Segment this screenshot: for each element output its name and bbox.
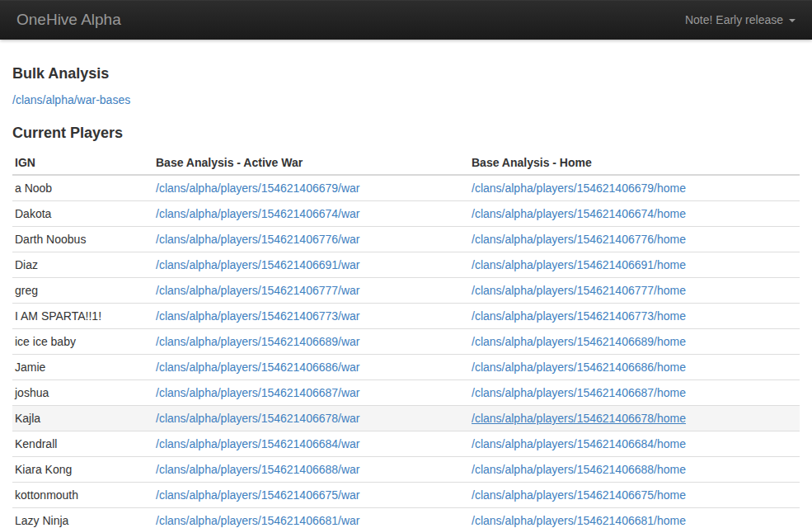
war-analysis-link[interactable]: /clans/alpha/players/154621406773/war [156,309,360,323]
player-ign: Kiara Kong [12,457,153,483]
current-players-heading: Current Players [12,125,800,142]
war-analysis-link[interactable]: /clans/alpha/players/154621406686/war [156,361,360,374]
war-analysis-link[interactable]: /clans/alpha/players/154621406689/war [156,335,360,348]
war-analysis-link[interactable]: /clans/alpha/players/154621406679/war [156,182,360,195]
home-analysis-link[interactable]: /clans/alpha/players/154621406776/home [472,233,686,246]
home-analysis-link[interactable]: /clans/alpha/players/154621406688/home [472,463,686,476]
player-ign: kottonmouth [12,483,153,508]
home-analysis-link[interactable]: /clans/alpha/players/154621406689/home [472,335,686,348]
war-analysis-link[interactable]: /clans/alpha/players/154621406678/war [156,412,360,425]
war-analysis-link[interactable]: /clans/alpha/players/154621406675/war [156,488,360,502]
home-analysis-link[interactable]: /clans/alpha/players/154621406675/home [472,488,686,502]
caret-down-icon [789,19,796,22]
player-ign: joshua [12,380,153,406]
main-content: Bulk Analysis /clans/alpha/war-bases Cur… [0,65,812,528]
war-analysis-link[interactable]: /clans/alpha/players/154621406681/war [156,514,360,527]
player-ign: Diaz [12,252,153,278]
home-analysis-link[interactable]: /clans/alpha/players/154621406773/home [472,309,686,323]
war-analysis-link[interactable]: /clans/alpha/players/154621406684/war [156,437,360,450]
war-analysis-link[interactable]: /clans/alpha/players/154621406691/war [156,258,360,271]
home-analysis-link[interactable]: /clans/alpha/players/154621406679/home [472,182,686,195]
home-analysis-link[interactable]: /clans/alpha/players/154621406681/home [472,514,686,527]
table-row: Jamie /clans/alpha/players/154621406686/… [12,355,800,380]
column-header-ign: IGN [12,151,153,175]
table-row: kottonmouth /clans/alpha/players/1546214… [12,483,800,508]
table-row: greg /clans/alpha/players/154621406777/w… [12,278,800,304]
home-analysis-link[interactable]: /clans/alpha/players/154621406691/home [472,258,686,271]
column-header-active-war: Base Analysis - Active War [153,151,469,175]
brand-link[interactable]: OneHive Alpha [16,0,121,40]
bulk-analysis-heading: Bulk Analysis [12,65,800,82]
table-row: joshua /clans/alpha/players/154621406687… [12,380,800,406]
table-row: ice ice baby /clans/alpha/players/154621… [12,329,800,355]
table-row: Diaz /clans/alpha/players/154621406691/w… [12,252,800,278]
table-row: Darth Noobus /clans/alpha/players/154621… [12,227,800,252]
player-ign: ice ice baby [12,329,153,355]
player-ign: a Noob [12,175,153,201]
war-analysis-link[interactable]: /clans/alpha/players/154621406688/war [156,463,360,476]
war-analysis-link[interactable]: /clans/alpha/players/154621406777/war [156,284,360,297]
table-row: Dakota /clans/alpha/players/154621406674… [12,201,800,227]
player-ign: Dakota [12,201,153,227]
table-row: Kajla /clans/alpha/players/154621406678/… [12,406,800,431]
war-analysis-link[interactable]: /clans/alpha/players/154621406776/war [156,233,360,246]
home-analysis-link[interactable]: /clans/alpha/players/154621406674/home [472,207,686,220]
table-row: Kendrall /clans/alpha/players/1546214066… [12,431,800,457]
home-analysis-link[interactable]: /clans/alpha/players/154621406684/home [472,437,686,450]
home-analysis-link[interactable]: /clans/alpha/players/154621406678/home [472,412,686,425]
player-ign: greg [12,278,153,304]
player-ign: I AM SPARTA!!1! [12,304,153,329]
top-navbar: OneHive Alpha Note! Early release [0,0,812,40]
home-analysis-link[interactable]: /clans/alpha/players/154621406777/home [472,284,686,297]
player-ign: Jamie [12,355,153,380]
war-analysis-link[interactable]: /clans/alpha/players/154621406674/war [156,207,360,220]
table-row: I AM SPARTA!!1! /clans/alpha/players/154… [12,304,800,329]
table-row: Kiara Kong /clans/alpha/players/15462140… [12,457,800,483]
column-header-home: Base Analysis - Home [469,151,800,175]
war-analysis-link[interactable]: /clans/alpha/players/154621406687/war [156,386,360,399]
home-analysis-link[interactable]: /clans/alpha/players/154621406686/home [472,361,686,374]
player-ign: Kendrall [12,431,153,457]
table-header-row: IGN Base Analysis - Active War Base Anal… [12,151,800,175]
player-ign: Lazy Ninja [12,508,153,528]
table-row: Lazy Ninja /clans/alpha/players/15462140… [12,508,800,528]
war-bases-link[interactable]: /clans/alpha/war-bases [12,93,130,106]
release-note-dropdown[interactable]: Note! Early release [685,13,796,26]
player-ign: Darth Noobus [12,227,153,252]
players-table: IGN Base Analysis - Active War Base Anal… [12,151,800,528]
table-row: a Noob /clans/alpha/players/154621406679… [12,175,800,201]
player-ign: Kajla [12,406,153,431]
release-note-label: Note! Early release [685,13,783,26]
home-analysis-link[interactable]: /clans/alpha/players/154621406687/home [472,386,686,399]
